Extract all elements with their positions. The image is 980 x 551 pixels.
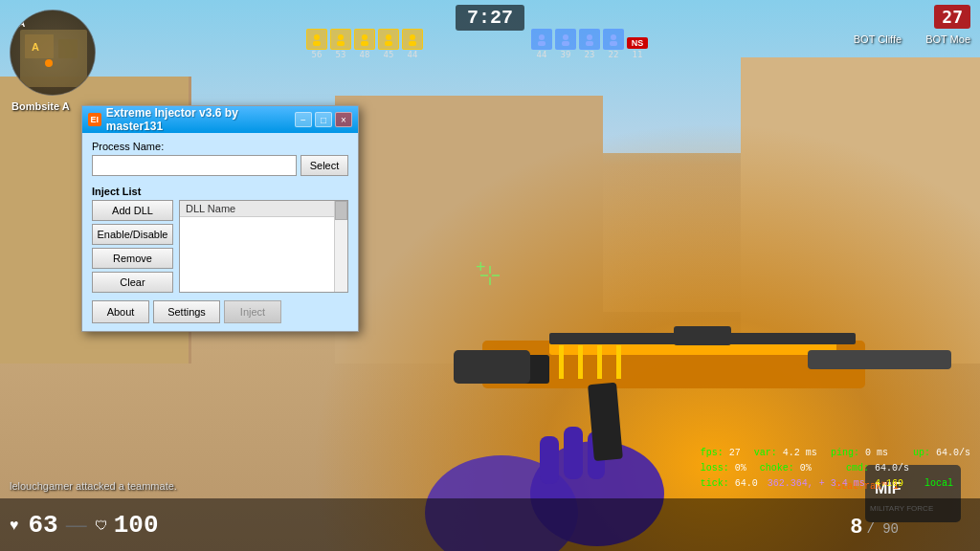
app-icon: EI [88,113,101,126]
t-player-5: 44 [402,29,423,59]
t-player-3: 48 [354,29,375,59]
about-button[interactable]: About [92,300,149,323]
title-bar[interactable]: EI Extreme Injector v3.6 by master131 − … [82,106,358,133]
dll-list: DLL Name [179,200,348,293]
process-name-label: Process Name: [92,141,348,152]
svg-rect-44 [586,41,593,46]
process-input[interactable] [92,155,297,176]
up-val: 64.0/s [936,448,970,458]
svg-point-27 [45,59,53,67]
process-row: Select [92,155,348,176]
svg-rect-14 [578,345,583,379]
game-timer: 7:27 [456,5,524,31]
fps-val: 27 [729,448,741,458]
inject-list-row: Add DLL Enable/Disable Remove Clear DLL … [92,200,348,293]
t-player-2: 53 [330,29,351,59]
local-label: local [924,478,953,489]
up-label: up: [913,448,930,458]
ct-player-4: 22 [603,29,624,59]
ammo-display: 8 / 90 [850,516,899,540]
tick-val: 64.0 [735,478,758,489]
svg-point-29 [314,34,320,40]
dll-list-header: DLL Name [180,201,347,217]
svg-rect-38 [409,41,416,46]
armor-icon: 🛡 [95,518,108,533]
cmd-val: 64.0/s [875,463,909,474]
dll-scrollbar[interactable] [334,201,347,292]
cmd-label: cmd: [846,463,869,474]
window-title: Extreme Injector v3.6 by master131 [106,106,295,133]
enable-disable-button[interactable]: Enable/Disable [92,224,173,245]
ct-side-players: 44 39 23 22 NS 11 [531,29,648,59]
svg-rect-2 [540,436,559,484]
chat-area: lelouchgamer attacked a teammate. [10,480,177,492]
svg-rect-15 [597,345,602,379]
svg-point-37 [410,34,415,40]
window-body: Process Name: Select Inject List Add DLL… [82,133,358,331]
ping-val: 0 ms [865,448,888,458]
svg-rect-36 [385,41,392,46]
crosshair [480,266,500,285]
svg-point-33 [362,34,368,40]
ct-player-1: 44 [531,29,552,59]
svg-rect-9 [808,350,951,369]
clear-button[interactable]: Clear [92,272,173,293]
svg-rect-46 [610,41,617,46]
t-player-1: 56 [306,29,327,59]
svg-rect-10 [454,350,530,384]
remove-button[interactable]: Remove [92,248,173,269]
add-dll-button[interactable]: Add DLL [92,200,173,221]
bottom-hud: ♥ 63 — 🛡 100 [0,498,980,551]
ct-player-5: NS 11 [627,37,648,59]
svg-rect-16 [616,345,621,379]
minimap: A A [10,10,96,96]
svg-point-45 [611,34,616,40]
ct-player-2: 39 [555,29,576,59]
player-name-1: BOT Cliffe [854,33,902,45]
inject-buttons: Add DLL Enable/Disable Remove Clear [92,200,173,293]
var-val: 4.2 ms [783,448,817,458]
net-stats: fps: 27 var: 4.2 ms ping: 0 ms up: 64.0/… [701,446,970,492]
svg-point-41 [563,34,568,40]
svg-rect-26 [58,39,78,58]
svg-rect-40 [538,41,546,46]
injector-window: EI Extreme Injector v3.6 by master131 − … [81,105,359,332]
player-names-right: BOT Cliffe BOT Moe [854,33,970,45]
var2-val: 4.169 [875,478,903,489]
svg-rect-25 [25,34,54,58]
ammo-current: 8 [850,516,862,540]
action-buttons: About Settings Inject [92,300,348,323]
loss-val: 0% [735,463,746,474]
restore-button[interactable]: □ [315,112,332,127]
svg-rect-42 [562,41,569,46]
tick-label: tick: [701,478,729,489]
settings-button[interactable]: Settings [153,300,220,323]
health-display: ♥ 63 [10,511,58,540]
ammo-reserve: / 90 [866,521,899,537]
svg-point-35 [386,34,391,40]
svg-rect-12 [674,326,731,345]
choke-label: choke: [760,463,794,474]
choke-val: 0% [800,463,812,474]
t-side-players: 56 53 48 45 44 [306,29,423,59]
score-red: 27 [934,5,970,29]
player-name-2: BOT Moe [925,33,970,45]
t-player-4: 45 [378,29,399,59]
svg-point-31 [338,34,344,40]
minimize-button[interactable]: − [295,112,312,127]
title-buttons: − □ × [295,112,352,127]
loss-label: loss: [701,463,729,474]
pos-val: 362.364, + 3.4 ms [768,478,865,489]
inject-button[interactable]: Inject [224,300,281,323]
close-button[interactable]: × [335,112,352,127]
fps-label: fps: [701,448,724,458]
ping-label: ping: [831,448,859,458]
svg-rect-32 [337,41,345,46]
select-button[interactable]: Select [301,155,348,176]
bombsite-label: Bombsite A [11,100,70,112]
svg-rect-3 [564,427,583,479]
svg-point-43 [587,34,592,40]
inject-list-label: Inject List [92,186,348,197]
var-label: var: [754,448,777,458]
scrollbar-thumb[interactable] [335,201,347,220]
